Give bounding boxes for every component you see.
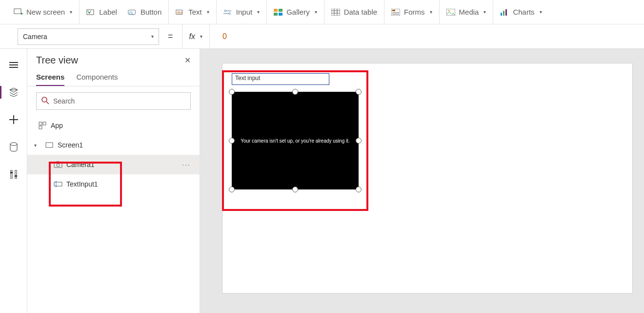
screen-icon [45, 141, 54, 149]
button-button[interactable]: Button [128, 8, 161, 17]
tree-search-row: Search [27, 86, 200, 116]
selection-handle[interactable] [292, 89, 298, 95]
forms-label: Forms [404, 8, 425, 16]
svg-rect-30 [505, 9, 507, 16]
text-icon: Abc [176, 8, 184, 17]
selection-handle[interactable] [229, 138, 235, 144]
button-icon [128, 8, 137, 17]
left-rail [0, 49, 27, 313]
data-table-label: Data table [344, 8, 377, 16]
tab-screens[interactable]: Screens [36, 73, 64, 86]
text-button[interactable]: Abc Text ▾ [169, 0, 217, 24]
textinput1-label: TextInput1 [66, 180, 98, 188]
tree-row-textinput1[interactable]: TextInput1 [27, 174, 200, 194]
main-area: Tree view ✕ Screens Components Search Ap… [0, 49, 644, 313]
canvas-camera-control[interactable]: Your camera isn't set up, or you're alre… [232, 92, 359, 189]
selection-handle[interactable] [229, 89, 235, 95]
close-icon[interactable]: ✕ [184, 56, 191, 65]
svg-rect-14 [279, 9, 282, 12]
chevron-down-icon: ▾ [70, 9, 72, 15]
chevron-down-icon: ▾ [315, 9, 317, 15]
camera1-label: Camera1 [66, 161, 95, 168]
media-button[interactable]: Media ▾ [440, 0, 494, 24]
search-icon [41, 97, 49, 106]
chevron-down-icon: ▾ [483, 9, 486, 15]
svg-rect-44 [43, 122, 46, 125]
svg-point-10 [229, 12, 231, 14]
ribbon-insert-labelbutton: Label Button [80, 0, 169, 24]
tree-tabs: Screens Components [27, 68, 200, 86]
gallery-button[interactable]: Gallery ▾ [267, 0, 324, 24]
input-button[interactable]: Input ▾ [217, 0, 267, 24]
screen1-label: Screen1 [58, 141, 83, 149]
tree-panel: Tree view ✕ Screens Components Search Ap… [27, 49, 200, 313]
tree-row-camera1[interactable]: Camera1 ··· [27, 155, 200, 174]
gallery-icon [274, 8, 282, 17]
tree-view-rail-button[interactable] [4, 85, 23, 100]
svg-rect-0 [14, 9, 21, 14]
svg-point-9 [224, 10, 226, 12]
chevron-down-icon: ▾ [540, 9, 542, 15]
canvas-area[interactable]: Text input Your camera isn't set up, or … [200, 49, 644, 313]
data-table-icon [331, 8, 340, 17]
input-icon [223, 8, 232, 17]
svg-rect-29 [503, 11, 504, 16]
data-rail-button[interactable] [4, 140, 23, 154]
selection-handle[interactable] [292, 187, 298, 192]
tree-row-app[interactable]: App [27, 116, 200, 135]
canvas-textinput-control[interactable]: Text input [232, 73, 329, 85]
svg-rect-23 [392, 10, 395, 11]
formula-bar: Camera ▾ = fx ▾ 0 [0, 24, 644, 49]
fx-label: fx [189, 32, 195, 41]
svg-point-41 [42, 97, 47, 102]
selection-handle[interactable] [356, 138, 362, 144]
chevron-down-icon[interactable]: ▾ [34, 143, 41, 148]
property-selector[interactable]: Camera ▾ [18, 28, 159, 45]
tree-row-screen1[interactable]: ▾ Screen1 [27, 135, 200, 155]
svg-rect-13 [274, 9, 278, 12]
media-label: Media [459, 8, 479, 16]
new-screen-button[interactable]: New screen ▾ [7, 0, 80, 24]
svg-rect-37 [11, 170, 12, 179]
label-text: Label [99, 8, 117, 16]
chevron-down-icon: ▾ [200, 34, 202, 39]
label-icon [86, 8, 95, 17]
app-label: App [51, 122, 63, 129]
svg-text:Abc: Abc [177, 10, 182, 14]
app-icon [38, 121, 47, 130]
chevron-down-icon: ▾ [430, 9, 432, 15]
new-screen-icon [14, 8, 22, 17]
data-table-button[interactable]: Data table [324, 0, 384, 24]
new-screen-label: New screen [26, 8, 65, 16]
tree-header: Tree view ✕ [27, 49, 200, 68]
forms-button[interactable]: Forms ▾ [384, 0, 440, 24]
chevron-down-icon: ▾ [207, 9, 209, 15]
selection-handle[interactable] [229, 187, 235, 192]
tools-rail-button[interactable] [4, 167, 23, 182]
search-input[interactable]: Search [36, 92, 191, 110]
svg-rect-28 [501, 13, 502, 16]
media-icon [446, 8, 455, 17]
canvas-screen[interactable]: Text input Your camera isn't set up, or … [222, 63, 632, 293]
gallery-label: Gallery [286, 8, 310, 16]
hamburger-button[interactable] [4, 58, 23, 72]
tree-body: App ▾ Screen1 Camera1 ··· TextI [27, 116, 200, 313]
formula-value[interactable]: 0 [216, 32, 227, 41]
insert-rail-button[interactable] [4, 112, 23, 127]
ribbon-toolbar: New screen ▾ Label Button Abc Text ▾ Inp… [0, 0, 644, 24]
camera-icon [54, 160, 62, 169]
tab-components[interactable]: Components [76, 73, 118, 86]
charts-icon [500, 8, 509, 17]
selection-handle[interactable] [356, 89, 362, 95]
forms-icon [391, 8, 400, 17]
more-actions[interactable]: ··· [182, 161, 191, 168]
fx-button[interactable]: fx ▾ [182, 24, 210, 49]
svg-rect-15 [274, 13, 278, 16]
svg-rect-17 [331, 9, 340, 16]
tree-title: Tree view [36, 55, 78, 66]
property-name: Camera [23, 33, 47, 41]
selection-handle[interactable] [356, 187, 362, 192]
button-text: Button [141, 8, 161, 16]
label-button[interactable]: Label [86, 8, 117, 17]
charts-button[interactable]: Charts ▾ [493, 0, 548, 24]
